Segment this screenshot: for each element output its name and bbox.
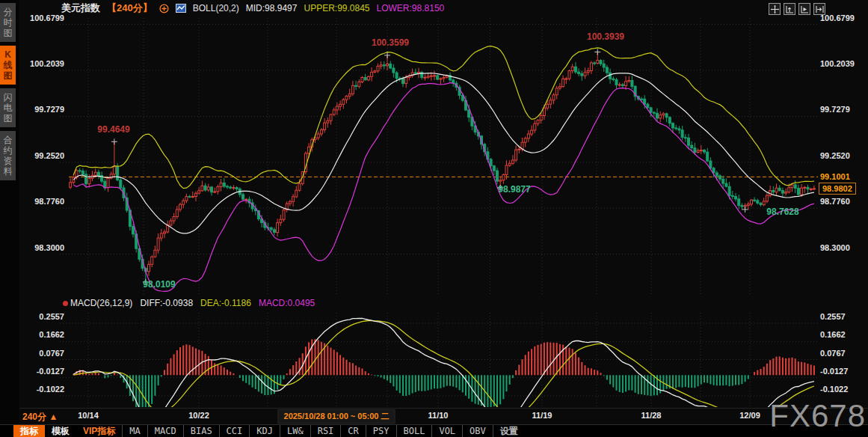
macd-axis-label: 0.0767 [820, 349, 846, 358]
toolbar-item-LW&[interactable]: LW& [280, 425, 310, 437]
price-axis-label: 99.2520 [820, 151, 850, 160]
price-annotation: 99.4649 [97, 124, 129, 135]
toolbar-item-MA[interactable]: MA [122, 425, 147, 437]
chart-style-icon[interactable] [176, 4, 186, 13]
boll-upper-value: UPPER:99.0845 [304, 3, 369, 13]
period-selector-label: 240分 [22, 412, 46, 422]
toolbar-item-指标[interactable]: 指标 [13, 425, 45, 437]
macd-axis-label: -0.0127 [13, 367, 64, 376]
period-dropdown-arrow-icon: ▲ [49, 412, 58, 422]
macd-diff-value: DIFF:-0.0938 [140, 298, 193, 308]
x-axis-date-label: 11/19 [532, 411, 552, 420]
sidebar-tab-kline[interactable]: K线图 [0, 46, 16, 85]
price-axis-label: 99.7279 [820, 105, 850, 114]
price-annotation: 98.0109 [143, 279, 175, 290]
chart-app-window: 分时图K线图闪电图合约资料 美元指数 【240分】 BOLL(20,2) MID… [0, 0, 868, 437]
price-annotation: 98.7628 [766, 207, 798, 217]
scale-axis-icon[interactable] [784, 3, 795, 15]
chart-header: 美元指数 【240分】 BOLL(20,2) MID:98.9497 UPPER… [61, 2, 444, 14]
price-axis-label: 99.2520 [13, 151, 64, 160]
symbol-name: 美元指数 [61, 1, 100, 15]
x-axis-date-label: 10/14 [78, 411, 99, 420]
toolbar-item-VOL[interactable]: VOL [431, 425, 462, 437]
chart-tool-buttons [769, 3, 825, 15]
macd-axis-label: -0.1022 [820, 385, 848, 394]
toolbar-item-KDJ[interactable]: KDJ [249, 425, 280, 437]
x-axis-date-label: 12/09 [739, 411, 760, 420]
toolbar-item-VIP指标[interactable]: VIP指标 [76, 425, 122, 437]
sidebar-tab-contract-info[interactable]: 合约资料 [0, 131, 16, 180]
macd-axis-label: 0.1662 [13, 330, 64, 339]
x-axis-date-label: 11/10 [428, 411, 449, 420]
price-axis-label: 99.7279 [13, 105, 64, 114]
macd-axis-label: -0.0127 [820, 367, 848, 376]
bottom-toolbar: 指标模板VIP指标MAMACDBIASCCIKDJLW&RSICRPSYBOLL… [0, 424, 868, 437]
watermark: FX678 [769, 398, 866, 434]
price-axis-label: 98.3000 [13, 243, 64, 252]
macd-formula: MACD(26,12,9) [70, 298, 132, 308]
pan-play-icon[interactable] [798, 3, 810, 15]
macd-dea-value: DEA:-0.1186 [200, 298, 251, 308]
circle-plus-icon[interactable] [159, 4, 169, 13]
period-label: 【240分】 [107, 1, 153, 15]
price-annotation: 100.3599 [372, 37, 409, 48]
x-axis-date-label: 10/22 [188, 411, 209, 420]
toolbar-item-设置[interactable]: 设置 [493, 425, 525, 437]
left-tab-bar: 分时图K线图闪电图合约资料 [0, 0, 19, 437]
boll-mid-value: MID:98.9497 [246, 3, 298, 13]
macd-axis-label: 0.2557 [13, 312, 64, 321]
toolbar-item-OBV[interactable]: OBV [462, 425, 493, 437]
toolbar-item-模板[interactable]: 模板 [45, 425, 76, 437]
period-selector[interactable]: 240分 ▲ [22, 411, 58, 424]
macd-collapse-icon[interactable] [63, 301, 68, 306]
toolbar-item-PSY[interactable]: PSY [366, 425, 396, 437]
last-price-tag: 98.9802 [819, 183, 856, 195]
x-axis-date-label: 11/28 [641, 411, 662, 420]
crosshair-date-readout: 2025/10/28 01:00 ~ 05:00 二 [278, 409, 395, 424]
macd-axis-label: -0.1022 [13, 385, 64, 394]
toolbar-item-BIAS[interactable]: BIAS [183, 425, 219, 437]
price-axis-label: 98.7760 [13, 197, 64, 206]
toolbar-item-CCI[interactable]: CCI [219, 425, 250, 437]
sidebar-tab-time-share[interactable]: 分时图 [0, 3, 16, 42]
macd-axis-label: 0.1662 [820, 330, 846, 339]
chart-canvas[interactable] [0, 0, 868, 437]
price-annotation: 98.9877 [498, 184, 530, 195]
sidebar-tab-flash[interactable]: 闪电图 [0, 88, 16, 127]
boll-formula: BOLL(20,2) [193, 3, 239, 13]
ref-price-label: 99.1001 [820, 172, 850, 181]
jump-latest-icon[interactable] [813, 3, 825, 15]
toolbar-item-BOLL[interactable]: BOLL [396, 425, 432, 437]
macd-axis-label: 0.2557 [820, 312, 846, 321]
price-axis-label: 100.2039 [13, 59, 64, 68]
macd-hist-value: MACD:0.0495 [259, 298, 315, 308]
price-axis-label: 100.6799 [13, 13, 64, 22]
move-tool-icon[interactable] [769, 3, 781, 15]
price-annotation: 100.3939 [587, 31, 624, 42]
macd-axis-label: 0.0767 [13, 349, 64, 358]
x-axis-row: 240分 ▲ 10/1410/222025/10/28 01:00 ~ 05:0… [0, 409, 868, 424]
price-axis-label: 98.7760 [820, 197, 850, 206]
toolbar-item-CR[interactable]: CR [340, 425, 365, 437]
toolbar-item-RSI[interactable]: RSI [310, 425, 341, 437]
macd-header: MACD(26,12,9) DIFF:-0.0938 DEA:-0.1186 M… [70, 298, 315, 308]
toolbar-item-MACD[interactable]: MACD [147, 425, 183, 437]
price-axis-label: 100.2039 [820, 59, 855, 68]
boll-lower-value: LOWER:98.8150 [377, 3, 445, 13]
price-axis-label: 98.3000 [820, 243, 850, 252]
